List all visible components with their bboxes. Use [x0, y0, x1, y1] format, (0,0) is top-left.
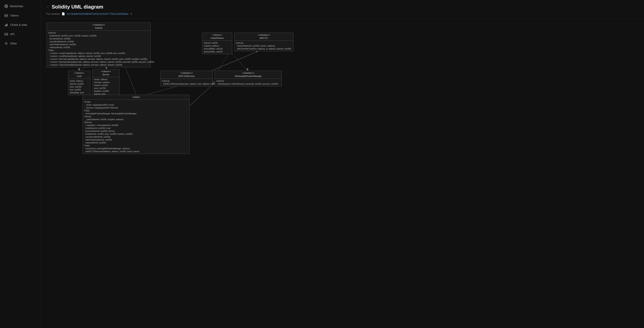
uml-box-body: lender: address borrower: address tokenI…	[92, 77, 119, 96]
header: ← Solidity UML diagram For contract 📄 0x…	[41, 0, 644, 19]
svg-rect-8	[7, 24, 8, 26]
svg-marker-15	[105, 67, 107, 69]
sidebar-item-label: Tokens	[10, 14, 19, 17]
uml-box-header: Unilend	[83, 95, 189, 100]
sidebar: Blockchain › Tokens Charts & stats API	[0, 0, 41, 328]
uml-box-header: <<Struct>>Lend	[68, 71, 90, 79]
uml-box-body: External: lend(tokenId: uint256, price: …	[47, 31, 150, 67]
uml-box-body: External: onERC721Received(operator: add…	[160, 79, 212, 86]
uml-box-body: tokenId: uint256 recipient: address amou…	[202, 41, 232, 54]
contract-label: For contract	[46, 12, 60, 15]
uml-box-header: <<Interface>>INonfungiblePositionManager	[215, 71, 282, 79]
uml-box-inonfungible: <<Interface>>INonfungiblePositionManager…	[215, 71, 282, 86]
contract-row: For contract 📄 0x72be0bADDD3B90F32020219…	[46, 12, 638, 15]
uml-box-collectparams: <<Struct>>CollectParams tokenId: uint256…	[202, 33, 232, 54]
sidebar-item-label: Other	[10, 42, 17, 45]
sidebar-item-api[interactable]: API API ›	[1, 30, 40, 38]
uml-box-iunilend: <<Interface>>IUnilend External: lend(tok…	[47, 22, 150, 67]
uml-box-header: <<Struct>>CollectParams	[202, 33, 232, 41]
uml-box-header: <<Interface>>IUnilend	[47, 23, 150, 31]
globe-icon	[4, 4, 8, 8]
svg-marker-13	[78, 68, 80, 71]
chevron-icon: ›	[36, 33, 36, 35]
uml-box-ierc721receiver: <<Interface>>IERC721Receiver External: o…	[160, 71, 213, 86]
sidebar-item-other[interactable]: Other ›	[1, 39, 40, 48]
uml-box-ierc721: <<Interface>>IERC721 External: ownerOf(t…	[234, 33, 294, 51]
copy-icon[interactable]: ⧉	[130, 12, 132, 15]
uml-box-body: External: collect(params: CollectParams)…	[215, 79, 282, 86]
uml-box-header: <<Interface>>IERC721Receiver	[160, 71, 212, 79]
main-content: ← Solidity UML diagram For contract 📄 0x…	[41, 0, 644, 328]
svg-rect-3	[5, 15, 8, 17]
chevron-icon: ›	[36, 5, 36, 7]
svg-text:API: API	[5, 34, 8, 35]
contract-address[interactable]: 0x72be0bADDD3B90F3202021919C7755A1e86386…	[67, 12, 128, 15]
svg-point-11	[6, 43, 7, 44]
sidebar-item-label: API	[10, 33, 14, 36]
sidebar-item-label: Charts & stats	[10, 23, 27, 26]
sidebar-item-charts[interactable]: Charts & stats	[1, 20, 40, 29]
svg-marker-23	[246, 68, 248, 71]
api-icon: API	[4, 32, 8, 36]
uml-box-body: External: ownerOf(tokenId: uint256): (ow…	[234, 41, 293, 51]
diagram-canvas: <<Interface>>IUnilend External: lend(tok…	[45, 22, 297, 178]
chevron-icon: ›	[36, 42, 36, 45]
diagram-area[interactable]: <<Interface>>IUnilend External: lend(tok…	[41, 19, 644, 328]
page-title: Solidity UML diagram	[52, 4, 103, 10]
sidebar-item-label: Blockchain	[10, 5, 23, 8]
svg-rect-7	[6, 24, 6, 26]
svg-rect-6	[5, 25, 6, 26]
chart-icon	[4, 23, 8, 27]
settings-icon	[4, 41, 8, 45]
file-icon: 📄	[62, 12, 65, 15]
uml-box-body: lender: address tokenId: uint256 price: …	[68, 79, 90, 95]
uml-box-lend: <<Struct>>Lend lender: address tokenId: …	[68, 71, 90, 95]
uml-box-borrow: <<Struct>>Borrow lender: address borrowe…	[92, 69, 120, 96]
sidebar-item-tokens[interactable]: Tokens	[1, 11, 40, 20]
uml-box-unilend: Unilend Private: _lends: mapping(uint256…	[82, 95, 190, 154]
uml-box-header: <<Interface>>IERC721	[234, 33, 293, 41]
tokens-icon	[4, 13, 8, 17]
sidebar-item-blockchain[interactable]: Blockchain ›	[1, 2, 40, 10]
back-button[interactable]: ←	[46, 5, 50, 9]
svg-point-5	[5, 16, 6, 16]
uml-box-body: Private: _lends: mapping(uint256=>Lend) …	[83, 100, 189, 154]
svg-line-22	[232, 54, 248, 71]
uml-box-header: <<Struct>>Borrow	[92, 69, 119, 77]
